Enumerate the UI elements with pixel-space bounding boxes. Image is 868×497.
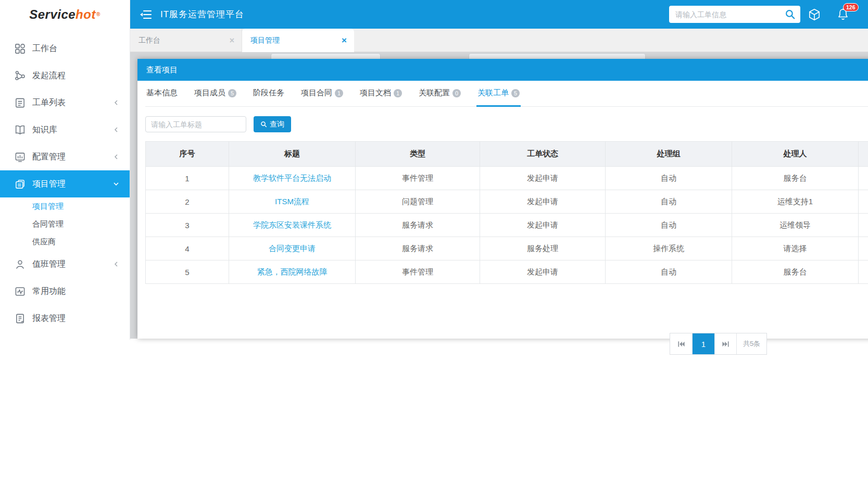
chevron-down-icon bbox=[113, 181, 119, 187]
chevron-left-icon bbox=[113, 261, 119, 267]
sidebar-subitem-contract-management[interactable]: 合同管理 bbox=[0, 215, 130, 233]
tab-related-config[interactable]: 关联配置 0 bbox=[418, 88, 462, 107]
close-tab-icon[interactable]: × bbox=[342, 36, 347, 45]
ticket-title-link[interactable]: 紧急，西院网络故障 bbox=[257, 267, 328, 276]
cell-extra bbox=[859, 190, 868, 214]
notifications[interactable]: 126 bbox=[837, 8, 849, 21]
tab-project-management[interactable]: 项目管理 × bbox=[242, 29, 354, 52]
column-header-no: 序号 bbox=[146, 142, 229, 167]
table-row: 2 ITSM流程 问题管理 发起申请 自动 运维支持1 bbox=[146, 190, 868, 214]
cell-handler: 运维领导 bbox=[732, 214, 859, 237]
column-header-status: 工单状态 bbox=[480, 142, 606, 167]
logo-text-service: Service bbox=[29, 7, 76, 22]
sidebar-item-workbench[interactable]: 工作台 bbox=[0, 35, 130, 62]
sidebar-subitem-supplier[interactable]: 供应商 bbox=[0, 233, 130, 251]
cell-group: 操作系统 bbox=[606, 237, 732, 260]
close-tab-icon[interactable]: × bbox=[230, 36, 234, 45]
grid-icon bbox=[15, 43, 26, 54]
cell-title: 学院东区安装课件系统 bbox=[229, 214, 356, 237]
pagination-total-count: 共5条 bbox=[736, 333, 766, 354]
app-title: IT服务运营管理平台 bbox=[160, 8, 244, 20]
sidebar-item-label: 配置管理 bbox=[32, 152, 66, 163]
ticket-title-search-input[interactable] bbox=[145, 116, 246, 132]
sidebar-item-project-management[interactable]: 项目管理 bbox=[0, 170, 130, 197]
chevron-left-icon bbox=[113, 154, 119, 160]
cell-extra bbox=[859, 167, 868, 190]
cell-no: 1 bbox=[146, 167, 229, 190]
sidebar-item-knowledge-base[interactable]: 知识库 bbox=[0, 116, 130, 143]
cell-group: 自动 bbox=[606, 214, 732, 237]
ticket-title-link[interactable]: 教学软件平台无法启动 bbox=[253, 173, 331, 182]
pagination-current-page[interactable]: 1 bbox=[692, 333, 714, 354]
tab-stage-tasks[interactable]: 阶段任务 bbox=[252, 88, 285, 107]
cell-type: 事件管理 bbox=[356, 167, 480, 190]
tab-workbench[interactable]: 工作台 × bbox=[130, 29, 242, 52]
person-icon bbox=[15, 259, 26, 270]
ticket-title-link[interactable]: 合同变更申请 bbox=[269, 244, 316, 253]
cell-no: 4 bbox=[146, 237, 229, 260]
column-header-extra bbox=[859, 142, 868, 167]
window-tab-bar: 工作台 × 项目管理 × bbox=[130, 29, 868, 52]
sidebar-item-label: 常用功能 bbox=[32, 286, 66, 297]
tab-related-tickets[interactable]: 关联工单 5 bbox=[476, 88, 521, 107]
logo-registered-mark: ® bbox=[96, 11, 100, 17]
global-search-input[interactable] bbox=[669, 6, 800, 23]
cell-status: 发起申请 bbox=[480, 167, 606, 190]
tab-basic-info[interactable]: 基本信息 bbox=[145, 88, 179, 107]
sidebar-item-label: 值班管理 bbox=[32, 259, 66, 270]
cell-status: 发起申请 bbox=[480, 190, 606, 214]
sidebar-item-ticket-list[interactable]: 工单列表 bbox=[0, 89, 130, 116]
top-header: IT服务运营管理平台 126 bbox=[130, 0, 868, 29]
sidebar-item-common-functions[interactable]: 常用功能 bbox=[0, 278, 130, 305]
modal-title: 查看项目 bbox=[146, 65, 178, 75]
related-tickets-table: 序号 标题 类型 工单状态 处理组 处理人 1 教学软件平台无法启动 事件管理 bbox=[145, 141, 868, 284]
collapse-menu-icon[interactable] bbox=[140, 9, 152, 20]
sidebar-item-label: 工单列表 bbox=[32, 97, 66, 108]
ticket-title-link[interactable]: 学院东区安装课件系统 bbox=[253, 220, 331, 229]
tab-label: 项目成员 bbox=[194, 88, 225, 98]
table-row: 4 合同变更申请 服务请求 服务处理 操作系统 请选择 bbox=[146, 237, 868, 260]
tab-project-documents[interactable]: 项目文档 1 bbox=[359, 88, 403, 107]
column-header-title: 标题 bbox=[229, 142, 356, 167]
table-row: 1 教学软件平台无法启动 事件管理 发起申请 自动 服务台 bbox=[146, 167, 868, 190]
count-badge: 1 bbox=[335, 89, 343, 97]
sidebar-item-duty-management[interactable]: 值班管理 bbox=[0, 251, 130, 278]
servicehot-logo: Servicehot® bbox=[0, 0, 130, 29]
sidebar-item-config-management[interactable]: 配置管理 bbox=[0, 143, 130, 170]
count-badge: 0 bbox=[452, 89, 461, 97]
bar-chart-icon bbox=[15, 152, 26, 163]
count-badge: 1 bbox=[394, 89, 402, 97]
cell-extra bbox=[859, 260, 868, 284]
sidebar-item-report-management[interactable]: 报表管理 bbox=[0, 305, 130, 332]
sidebar-subitem-project-management[interactable]: 项目管理 bbox=[0, 197, 130, 215]
cell-extra bbox=[859, 214, 868, 237]
cell-group: 自动 bbox=[606, 167, 732, 190]
column-header-group: 处理组 bbox=[606, 142, 732, 167]
pagination-last-page-button[interactable] bbox=[714, 333, 736, 354]
pagination-first-page-button[interactable] bbox=[670, 333, 692, 354]
book-icon bbox=[15, 125, 26, 135]
query-button[interactable]: 查询 bbox=[254, 116, 291, 132]
search-icon[interactable] bbox=[785, 9, 796, 20]
tab-label: 项目合同 bbox=[301, 88, 332, 98]
tab-project-members[interactable]: 项目成员 5 bbox=[193, 88, 237, 107]
sidebar-item-start-process[interactable]: 发起流程 bbox=[0, 62, 130, 89]
table-header-row: 序号 标题 类型 工单状态 处理组 处理人 bbox=[146, 142, 868, 167]
last-page-icon bbox=[722, 340, 729, 348]
ticket-search-row: 查询 bbox=[145, 116, 868, 132]
table-row: 5 紧急，西院网络故障 事件管理 发起申请 自动 服务台 bbox=[146, 260, 868, 284]
cube-icon[interactable] bbox=[808, 8, 821, 21]
chevron-left-icon bbox=[113, 100, 119, 106]
ticket-title-link[interactable]: ITSM流程 bbox=[275, 197, 309, 206]
cell-title: 教学软件平台无法启动 bbox=[229, 167, 356, 190]
tab-label: 关联配置 bbox=[419, 88, 450, 98]
search-icon bbox=[260, 121, 267, 128]
tab-project-contract[interactable]: 项目合同 1 bbox=[300, 88, 344, 107]
sidebar-item-label: 知识库 bbox=[32, 125, 57, 135]
chevron-left-icon bbox=[113, 127, 119, 133]
sidebar-nav: 工作台 发起流程 工单列表 知识库 配置管理 bbox=[0, 29, 130, 332]
cell-title: 合同变更申请 bbox=[229, 237, 356, 260]
column-header-handler: 处理人 bbox=[732, 142, 859, 167]
cell-handler: 请选择 bbox=[732, 237, 859, 260]
cell-no: 5 bbox=[146, 260, 229, 284]
